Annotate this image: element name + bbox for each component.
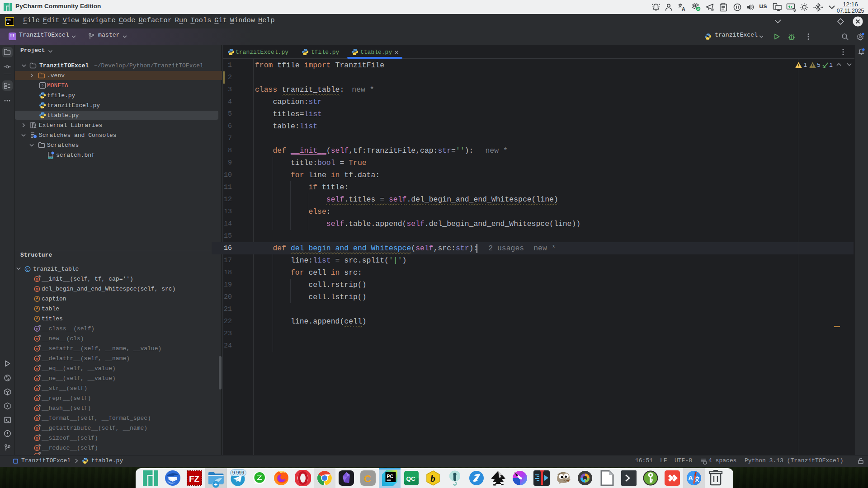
svg-text:?: ? [41, 84, 44, 89]
svg-text:m: m [36, 357, 38, 361]
svg-text:QC: QC [406, 475, 416, 482]
svg-text:m: m [36, 277, 38, 282]
svg-text:f: f [36, 317, 38, 322]
svg-text:FZ: FZ [189, 474, 200, 483]
svg-text:C: C [364, 473, 371, 484]
svg-text:m: m [36, 377, 38, 381]
svg-text:m: m [36, 387, 38, 391]
svg-text:A: A [682, 6, 686, 12]
svg-text:m: m [36, 427, 38, 431]
svg-text:m: m [36, 417, 38, 421]
svg-text:b: b [430, 473, 435, 484]
svg-text:m: m [36, 397, 38, 401]
svg-text:BNF: BNF [48, 157, 54, 160]
svg-text:m: m [36, 287, 38, 292]
svg-text:m: m [36, 446, 38, 451]
svg-text:C: C [26, 267, 29, 272]
svg-text:m: m [36, 367, 38, 371]
svg-text:f: f [36, 307, 38, 312]
svg-text:m: m [36, 436, 38, 441]
svg-text:A: A [688, 474, 693, 482]
svg-text:m: m [36, 337, 38, 342]
svg-text:m: m [36, 407, 38, 411]
svg-text:f: f [36, 297, 38, 302]
svg-text:PC: PC [387, 474, 394, 479]
svg-text:p: p [36, 327, 38, 332]
svg-text:m: m [36, 347, 38, 352]
